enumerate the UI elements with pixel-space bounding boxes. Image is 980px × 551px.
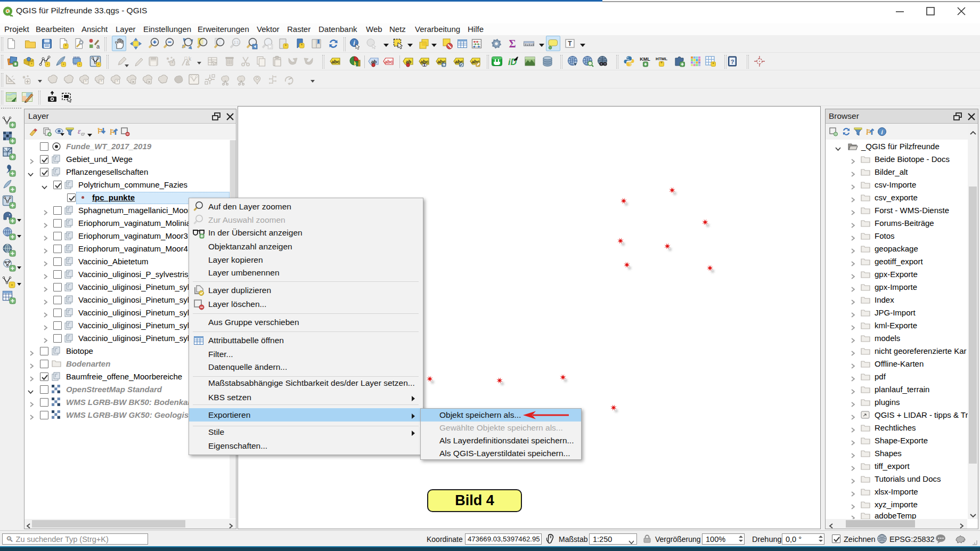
svg-text:T: T — [568, 40, 572, 47]
svg-text:KML: KML — [640, 56, 650, 62]
svg-text:*: * — [85, 79, 87, 84]
svg-text:*: * — [47, 62, 48, 67]
svg-text:abc: abc — [331, 59, 340, 64]
svg-text:*: * — [301, 43, 303, 48]
svg-text:*: * — [11, 283, 13, 288]
svg-text:abc: abc — [385, 59, 393, 64]
svg-text:*: * — [116, 79, 118, 84]
svg-text:*: * — [285, 43, 287, 48]
svg-text:*: * — [100, 79, 102, 84]
svg-text:k: k — [189, 56, 192, 62]
svg-text:*: * — [172, 60, 174, 66]
svg-text:*: * — [31, 62, 32, 67]
svg-text:ε: ε — [78, 127, 81, 135]
svg-text:Σ: Σ — [509, 38, 516, 50]
svg-text:?: ? — [731, 59, 734, 65]
svg-text:1:1: 1:1 — [234, 40, 239, 44]
svg-text:a: a — [96, 43, 100, 50]
svg-text:*: * — [63, 62, 64, 67]
svg-text:*: * — [65, 43, 67, 48]
svg-text:*: * — [660, 61, 663, 67]
svg-text:*: * — [79, 62, 80, 67]
svg-text:*: * — [712, 61, 714, 67]
svg-text:*: * — [97, 62, 99, 67]
